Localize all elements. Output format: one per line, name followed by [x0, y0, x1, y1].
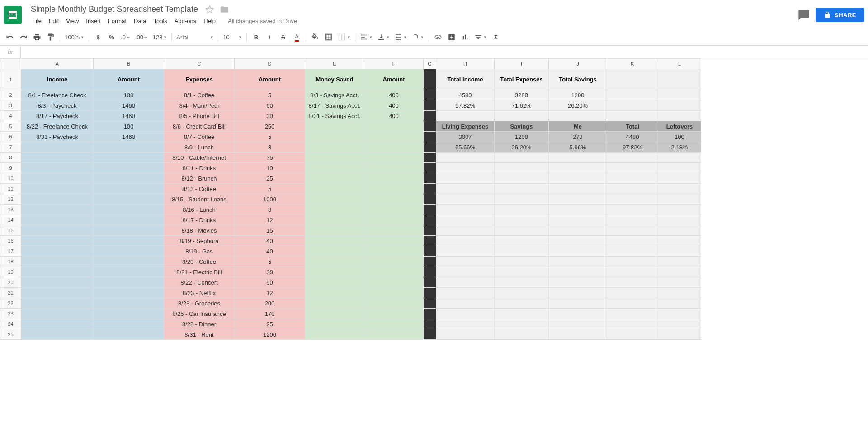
- row-header-18[interactable]: 18: [0, 257, 21, 267]
- expense-amt[interactable]: 12: [235, 215, 305, 225]
- chart-button[interactable]: [459, 31, 472, 43]
- borders-button[interactable]: [322, 31, 335, 43]
- row-header-11[interactable]: 11: [0, 184, 21, 194]
- divider[interactable]: [424, 236, 436, 246]
- row-header-24[interactable]: 24: [0, 319, 21, 329]
- income-amt[interactable]: 1460: [94, 100, 164, 111]
- saved-amt[interactable]: [364, 277, 424, 288]
- save-status[interactable]: All changes saved in Drive: [228, 18, 297, 24]
- income-amt[interactable]: [94, 194, 164, 205]
- cell[interactable]: [607, 153, 658, 163]
- divider[interactable]: [424, 111, 436, 121]
- income-amt[interactable]: [94, 267, 164, 277]
- select-all-corner[interactable]: [0, 59, 21, 69]
- cell[interactable]: [658, 298, 701, 309]
- cell[interactable]: [436, 277, 495, 288]
- divider[interactable]: [424, 309, 436, 319]
- valign-button[interactable]: ▼: [375, 31, 392, 43]
- cell[interactable]: [607, 277, 658, 288]
- print-button[interactable]: [31, 31, 43, 43]
- paint-format-button[interactable]: [44, 31, 57, 43]
- expense-amt[interactable]: 75: [235, 153, 305, 163]
- sheet-area[interactable]: ABCDEFGHIJKL 1IncomeAmountExpensesAmount…: [0, 58, 868, 424]
- saved-label[interactable]: [305, 246, 364, 257]
- saved-amt[interactable]: 400: [364, 111, 424, 121]
- cell[interactable]: [495, 257, 549, 267]
- totsavings-val[interactable]: 1200: [549, 90, 607, 100]
- saved-label[interactable]: [305, 267, 364, 277]
- expense-label[interactable]: 8/20 - Coffee: [164, 257, 235, 267]
- row-header-1[interactable]: 1: [0, 69, 21, 90]
- col-header-D[interactable]: D: [235, 59, 305, 69]
- expense-amt[interactable]: 25: [235, 319, 305, 329]
- income-amt[interactable]: [94, 288, 164, 298]
- cell[interactable]: [658, 111, 701, 121]
- saved-label[interactable]: [305, 205, 364, 215]
- divider[interactable]: [424, 69, 436, 90]
- more-formats-button[interactable]: 123▼: [151, 31, 169, 43]
- rotate-button[interactable]: ▼: [410, 31, 426, 43]
- formula-input[interactable]: [21, 46, 868, 58]
- income-label[interactable]: 8/1 - Freelance Check: [21, 90, 94, 100]
- saved-amt[interactable]: 400: [364, 100, 424, 111]
- expense-label[interactable]: 8/1 - Coffee: [164, 90, 235, 100]
- divider[interactable]: [424, 194, 436, 205]
- menu-help[interactable]: Help: [200, 16, 219, 26]
- divider[interactable]: [424, 215, 436, 225]
- row-header-14[interactable]: 14: [0, 215, 21, 225]
- cell[interactable]: [436, 298, 495, 309]
- expense-label[interactable]: 8/21 - Electric Bill: [164, 267, 235, 277]
- row-header-19[interactable]: 19: [0, 267, 21, 277]
- income-label[interactable]: 8/3 - Paycheck: [21, 100, 94, 111]
- saved-label[interactable]: [305, 132, 364, 142]
- income-amt[interactable]: [94, 246, 164, 257]
- income-amt[interactable]: [94, 215, 164, 225]
- divider[interactable]: [424, 184, 436, 194]
- cell[interactable]: [495, 225, 549, 236]
- functions-button[interactable]: Σ: [490, 31, 502, 43]
- col-header-L[interactable]: L: [658, 59, 701, 69]
- expense-label[interactable]: 8/31 - Rent: [164, 329, 235, 340]
- cell[interactable]: [549, 173, 607, 184]
- totincome-pct[interactable]: 97.82%: [436, 100, 495, 111]
- menu-tools[interactable]: Tools: [150, 16, 170, 26]
- sheets-logo[interactable]: [4, 6, 22, 24]
- income-amt[interactable]: 1460: [94, 132, 164, 142]
- income-label[interactable]: [21, 153, 94, 163]
- cell[interactable]: [436, 163, 495, 173]
- cell[interactable]: [549, 319, 607, 329]
- cell[interactable]: [607, 246, 658, 257]
- cell[interactable]: [436, 246, 495, 257]
- divider[interactable]: [424, 90, 436, 100]
- saved-label[interactable]: [305, 194, 364, 205]
- cell[interactable]: [658, 163, 701, 173]
- saved-amt[interactable]: [364, 225, 424, 236]
- col-header-K[interactable]: K: [607, 59, 658, 69]
- income-label[interactable]: [21, 205, 94, 215]
- saved-amt[interactable]: [364, 215, 424, 225]
- cell[interactable]: [607, 163, 658, 173]
- cell[interactable]: [495, 246, 549, 257]
- col-header-A[interactable]: A: [21, 59, 94, 69]
- income-label[interactable]: [21, 329, 94, 340]
- cell[interactable]: [607, 319, 658, 329]
- saved-label[interactable]: [305, 298, 364, 309]
- income-label[interactable]: [21, 215, 94, 225]
- cell[interactable]: [495, 288, 549, 298]
- cell[interactable]: [495, 153, 549, 163]
- cell[interactable]: [549, 163, 607, 173]
- cell[interactable]: [607, 215, 658, 225]
- zoom-select[interactable]: 100%▼: [63, 31, 86, 43]
- cell[interactable]: [549, 257, 607, 267]
- divider[interactable]: [424, 100, 436, 111]
- row-header-2[interactable]: 2: [0, 90, 21, 100]
- living-pct[interactable]: 65.66%: [436, 142, 495, 153]
- cell[interactable]: [495, 205, 549, 215]
- cell[interactable]: [607, 90, 658, 100]
- income-amt[interactable]: [94, 309, 164, 319]
- decrease-decimal-button[interactable]: .0←: [119, 31, 132, 43]
- row-header-15[interactable]: 15: [0, 225, 21, 236]
- living-val[interactable]: 3007: [436, 132, 495, 142]
- expense-amt[interactable]: 40: [235, 246, 305, 257]
- sub-left[interactable]: Leftovers: [658, 121, 701, 132]
